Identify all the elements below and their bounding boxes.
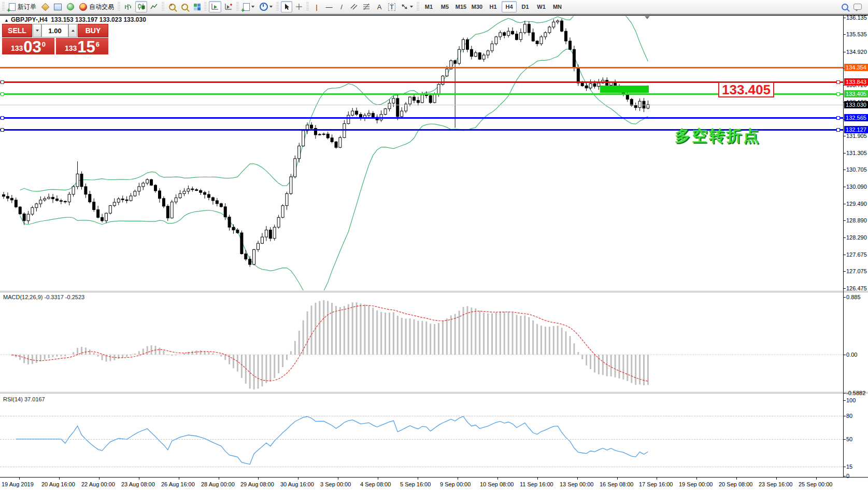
price-line-label-134.354: 134.354 (844, 64, 868, 71)
channel-button[interactable] (348, 1, 360, 12)
timeframe-m5[interactable]: M5 (437, 1, 452, 12)
bar-chart-icon (124, 3, 132, 10)
cursor-button[interactable] (281, 1, 292, 12)
zoom-in-button[interactable]: + (166, 1, 178, 12)
price-line-132.565[interactable] (0, 117, 843, 119)
price-tick (843, 271, 846, 272)
buy-button[interactable]: BUY (78, 24, 108, 37)
price-tick (843, 136, 846, 136)
toolbar-grip (276, 2, 279, 11)
price-callout[interactable]: 133.405 (718, 82, 774, 97)
volume-input[interactable] (41, 24, 68, 37)
line-endpoint[interactable] (1, 116, 4, 120)
time-tick (378, 478, 378, 480)
rsi-canvas[interactable] (0, 394, 843, 476)
line-endpoint[interactable] (836, 80, 840, 84)
rsi-tick-label: 15 (846, 464, 852, 470)
time-label: 26 Aug 16:00 (161, 481, 195, 487)
auto-scroll-button[interactable] (209, 1, 221, 12)
zoom-out-icon: - (181, 4, 188, 10)
rsi-tick (843, 467, 846, 467)
periods-button[interactable] (258, 1, 275, 12)
price-line-134.354[interactable] (0, 67, 843, 68)
time-label: 9 Sep 00:00 (440, 481, 471, 487)
chat-button[interactable] (851, 1, 864, 12)
sell-button[interactable]: SELL (2, 24, 32, 37)
buy-price[interactable]: 133 15 6 (56, 38, 108, 54)
turning-point-label[interactable]: 多空转折点 (675, 125, 760, 147)
price-tick (843, 187, 846, 187)
horizontal-line-button[interactable]: — (323, 1, 335, 12)
timeframe-d1[interactable]: D1 (518, 1, 533, 12)
time-tick (776, 478, 777, 480)
toolbar-grip (2, 2, 5, 11)
vertical-line-button[interactable]: | (311, 1, 322, 12)
label-button[interactable]: T (386, 1, 397, 12)
price-tick-label: 129.490 (846, 201, 867, 207)
line-endpoint[interactable] (1, 92, 4, 96)
line-endpoint[interactable] (836, 128, 840, 132)
time-tick (258, 478, 259, 480)
line-chart-button[interactable] (148, 1, 160, 12)
search-button[interactable] (839, 1, 850, 12)
time-tick (657, 478, 657, 480)
price-tick-label: 128.890 (846, 217, 867, 223)
indicators-button[interactable]: + (241, 1, 257, 12)
timeframe-w1[interactable]: W1 (534, 1, 549, 12)
text-icon: A (377, 4, 382, 10)
chart-shift-button[interactable] (222, 1, 235, 12)
caret-down-icon (36, 30, 39, 32)
macd-tick (843, 297, 846, 298)
timeframe-h4[interactable]: H4 (502, 1, 517, 12)
timeframe-m15[interactable]: M15 (453, 1, 468, 12)
text-button[interactable]: A (374, 1, 385, 12)
pane-separator[interactable] (0, 291, 868, 292)
price-tick (843, 255, 846, 255)
arrows-button[interactable] (399, 1, 415, 12)
crosshair-icon (295, 3, 303, 10)
macd-canvas[interactable] (0, 293, 843, 391)
sell-price[interactable]: 133 03 0 (2, 38, 54, 54)
pane-separator[interactable] (0, 392, 868, 394)
price-line-133.030[interactable] (0, 105, 843, 105)
indicators-icon: + (243, 3, 250, 11)
time-label: 10 Sep 08:00 (480, 481, 514, 487)
autotrading-button[interactable]: 自动交易 (77, 1, 116, 12)
line-chart-icon (150, 3, 158, 10)
line-endpoint[interactable] (836, 116, 840, 120)
pane-separator (0, 477, 868, 478)
line-endpoint[interactable] (1, 80, 4, 84)
dropdown-caret-icon (269, 6, 273, 8)
timeframe-m30[interactable]: M30 (469, 1, 485, 12)
timeframe-m1[interactable]: M1 (421, 1, 436, 12)
price-tick (843, 18, 846, 18)
price-tick-label: 135.535 (846, 31, 867, 37)
time-tick (19, 478, 20, 480)
tile-windows-button[interactable] (191, 1, 203, 12)
timeframe-h1[interactable]: H1 (486, 1, 501, 12)
bar-chart-button[interactable] (122, 1, 134, 12)
zoom-out-button[interactable]: - (179, 1, 190, 12)
candlestick-chart-button[interactable] (135, 1, 147, 12)
chart-shift-marker[interactable] (645, 16, 650, 19)
quotes-button[interactable] (39, 1, 51, 12)
timeframe-mn[interactable]: MN (550, 1, 565, 12)
crosshair-button[interactable] (293, 1, 305, 12)
news-button[interactable] (65, 1, 76, 12)
market-watch-button[interactable] (52, 1, 64, 12)
macd-signal-value: -0.2523 (65, 294, 84, 300)
volume-down-button[interactable] (33, 24, 41, 37)
trendline-button[interactable]: / (336, 1, 347, 12)
line-endpoint[interactable] (836, 92, 840, 96)
line-endpoint[interactable] (1, 128, 4, 132)
volume-up-button[interactable] (68, 24, 77, 37)
periods-icon (260, 3, 268, 11)
price-line-133.843[interactable] (0, 81, 843, 83)
new-order-button[interactable]: + 新订单 (7, 1, 38, 12)
support-zone-highlight[interactable] (600, 86, 649, 93)
price-line-133.405[interactable] (0, 93, 843, 95)
time-tick (497, 478, 498, 480)
main-chart-canvas[interactable] (0, 16, 843, 290)
tile-windows-icon (194, 4, 201, 10)
fibonacci-button[interactable] (361, 1, 373, 12)
